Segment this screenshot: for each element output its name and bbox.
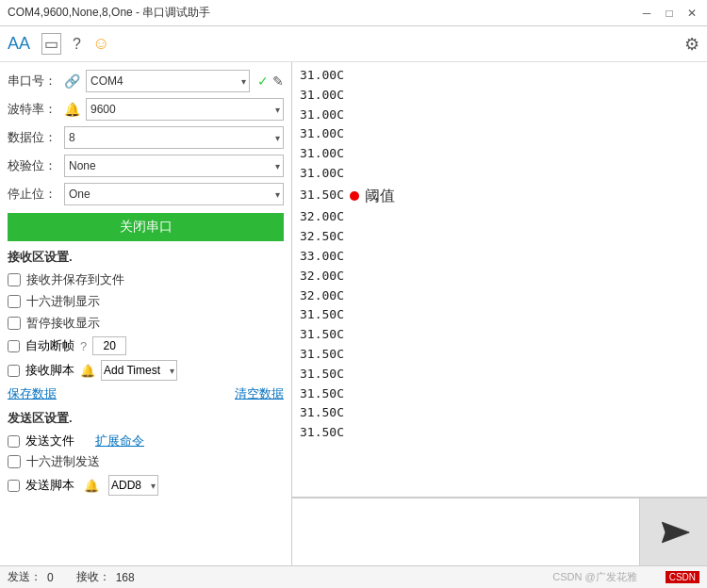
recv-line: 31.50C xyxy=(300,365,699,384)
baud-select[interactable]: 9600 xyxy=(86,98,284,121)
save-to-file-checkbox[interactable] xyxy=(8,273,21,286)
recv-line: 32.00C xyxy=(300,286,699,306)
status-bar: 发送： 0 接收： 168 CSDN @广发花雅 CSDN xyxy=(0,565,707,588)
recv-line: 31.50C xyxy=(300,423,699,443)
auto-frame-input[interactable]: 20 xyxy=(92,336,126,355)
port-check-icon: ✓ xyxy=(257,74,269,89)
title-bar: COM4,9600,None,8,One - 串口调试助手 ─ □ ✕ xyxy=(0,0,707,26)
hex-display-label: 十六进制显示 xyxy=(26,293,100,310)
baud-label: 波特率： xyxy=(8,101,60,118)
minimize-button[interactable]: ─ xyxy=(639,6,654,21)
recv-line: 31.50C xyxy=(300,305,699,325)
auto-frame-question: ? xyxy=(80,339,87,353)
smiley-icon[interactable]: ☺ xyxy=(92,34,109,54)
send-button[interactable] xyxy=(639,498,707,565)
send-count-label: 发送： xyxy=(8,569,41,585)
send-script-checkbox[interactable] xyxy=(8,480,20,492)
auto-frame-row: 自动断帧 ? 20 xyxy=(8,336,284,355)
hex-send-row: 十六进制发送 xyxy=(8,453,284,470)
stopbits-select[interactable]: One xyxy=(64,183,284,205)
parity-row: 校验位： None xyxy=(8,155,284,177)
port-label: 串口号： xyxy=(8,73,60,90)
recv-script-select-wrapper: Add Timest xyxy=(101,360,177,381)
save-to-file-row: 接收并保存到文件 xyxy=(8,271,284,288)
toolbar: AA ▭ ? ☺ ⚙ xyxy=(0,26,707,62)
recv-count-value: 168 xyxy=(116,571,135,584)
databits-select[interactable]: 8 xyxy=(64,126,284,149)
send-script-select[interactable]: ADD8 xyxy=(108,475,158,496)
pause-recv-label: 暂停接收显示 xyxy=(26,315,100,332)
port-row: 串口号： 🔗 COM4 ✓ ✎ xyxy=(8,70,284,92)
stopbits-row: 停止位： One xyxy=(8,183,284,205)
window-title: COM4,9600,None,8,One - 串口调试助手 xyxy=(8,5,210,21)
stopbits-select-wrapper: One xyxy=(64,183,284,205)
recv-line: 32.00C xyxy=(300,207,699,227)
recv-line: 31.50C xyxy=(300,325,699,345)
gear-icon[interactable]: ⚙ xyxy=(684,34,699,55)
csdn-badge: CSDN xyxy=(666,571,699,583)
recv-line: 31.00C xyxy=(300,144,699,164)
save-data-link[interactable]: 保存数据 xyxy=(8,385,57,402)
status-send: 发送： 0 xyxy=(8,569,54,585)
toolbar-left: AA ▭ ? ☺ xyxy=(8,33,109,55)
stopbits-label: 停止位： xyxy=(8,186,60,203)
send-script-row: 发送脚本 🔔 ADD8 xyxy=(8,475,284,496)
pause-recv-checkbox[interactable] xyxy=(8,317,21,330)
databits-select-wrapper: 8 xyxy=(64,126,284,149)
hex-send-checkbox[interactable] xyxy=(8,455,21,468)
recv-line: 32.00C xyxy=(300,267,699,286)
recv-line: 31.50C xyxy=(300,345,699,365)
hex-display-row: 十六进制显示 xyxy=(8,293,284,310)
recv-line: 31.00C xyxy=(300,106,699,125)
pause-recv-row: 暂停接收显示 xyxy=(8,315,284,332)
right-panel: 31.00C31.00C31.00C31.00C31.00C31.00C31.5… xyxy=(292,62,707,565)
recv-line: 31.00C xyxy=(300,66,699,86)
auto-frame-checkbox[interactable] xyxy=(8,340,20,352)
recv-script-label: 接收脚本 xyxy=(25,362,74,379)
send-file-checkbox[interactable] xyxy=(8,435,20,448)
font-icon[interactable]: AA xyxy=(8,34,30,54)
send-file-row: 发送文件 扩展命令 xyxy=(8,433,284,449)
close-serial-button[interactable]: 关闭串口 xyxy=(8,213,284,241)
recv-line: 33.00C xyxy=(300,247,699,267)
recv-line: 31.00C xyxy=(300,164,699,184)
save-to-file-label: 接收并保存到文件 xyxy=(26,271,124,288)
help-icon[interactable]: ? xyxy=(73,36,81,53)
databits-row: 数据位： 8 xyxy=(8,126,284,149)
parity-select-wrapper: None xyxy=(64,155,284,177)
baud-select-wrapper: 9600 xyxy=(86,98,284,121)
svg-marker-0 xyxy=(662,522,689,543)
maximize-button[interactable]: □ xyxy=(662,6,677,21)
ext-cmd-link[interactable]: 扩展命令 xyxy=(95,433,144,449)
parity-select[interactable]: None xyxy=(64,155,284,177)
status-recv: 接收： 168 xyxy=(76,569,135,585)
send-settings-title: 发送区设置. xyxy=(8,410,284,427)
recv-line: 32.50C xyxy=(300,227,699,247)
window-controls: ─ □ ✕ xyxy=(639,6,699,21)
send-input[interactable] xyxy=(292,498,639,565)
clear-data-link[interactable]: 清空数据 xyxy=(235,385,284,402)
frame-icon[interactable]: ▭ xyxy=(41,33,61,55)
baud-icon: 🔔 xyxy=(64,102,80,117)
recv-line: 31.50C xyxy=(300,403,699,423)
port-select-wrapper: COM4 xyxy=(86,70,250,92)
threshold-dot xyxy=(350,191,359,201)
port-icon: 🔗 xyxy=(64,74,80,89)
send-icon xyxy=(657,515,691,549)
close-button[interactable]: ✕ xyxy=(684,6,699,21)
parity-label: 校验位： xyxy=(8,157,60,174)
recv-line: 31.00C xyxy=(300,86,699,106)
baud-row: 波特率： 🔔 9600 xyxy=(8,98,284,121)
send-script-icon: 🔔 xyxy=(84,479,99,493)
port-edit-icon[interactable]: ✎ xyxy=(272,74,284,89)
send-file-label: 发送文件 xyxy=(25,433,74,449)
hex-send-label: 十六进制发送 xyxy=(26,453,100,470)
send-script-label: 发送脚本 xyxy=(25,477,74,494)
send-area xyxy=(292,498,707,565)
recv-script-checkbox[interactable] xyxy=(8,365,20,377)
watermark-text: CSDN @广发花雅 xyxy=(552,570,636,584)
recv-script-select[interactable]: Add Timest xyxy=(101,360,177,381)
hex-display-checkbox[interactable] xyxy=(8,295,21,308)
port-select[interactable]: COM4 xyxy=(86,70,250,92)
main-content: 串口号： 🔗 COM4 ✓ ✎ 波特率： 🔔 9600 数据位： xyxy=(0,62,707,565)
